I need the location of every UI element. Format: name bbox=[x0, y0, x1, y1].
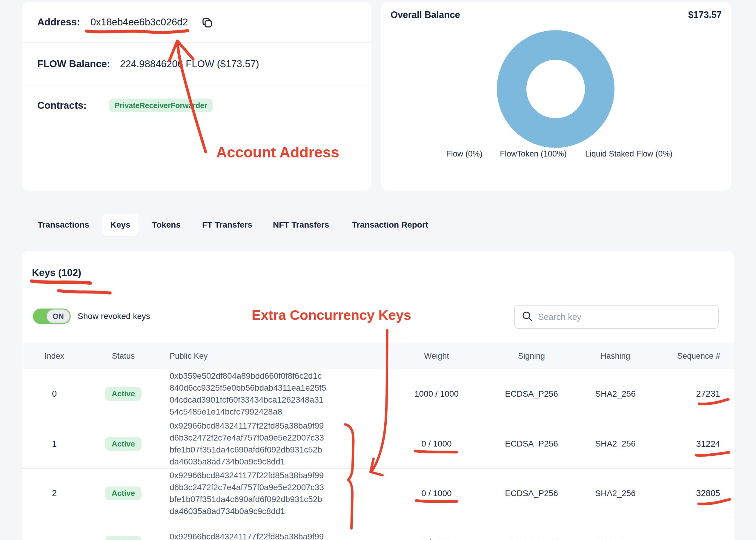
tab-transactions[interactable]: Transactions bbox=[38, 213, 89, 236]
key-hashing: SHA2_256 bbox=[595, 439, 635, 449]
flow-balance-value: 224.98846206 FLOW ($173.57) bbox=[120, 58, 259, 69]
copy-address-button[interactable] bbox=[201, 17, 213, 29]
contracts-label: Contracts: bbox=[37, 100, 87, 111]
header-status: Status bbox=[87, 343, 160, 369]
tab-nft-transfers[interactable]: NFT Transfers bbox=[273, 213, 329, 236]
key-weight: 0 / 1000 bbox=[421, 538, 452, 540]
account-info-card: Address: 0x18eb4ee6b3c026d2 FLOW Balance… bbox=[22, 2, 372, 191]
key-weight: 0 / 1000 bbox=[421, 489, 452, 498]
key-hashing: SHA2_256 bbox=[595, 489, 635, 498]
copy-icon bbox=[201, 25, 213, 30]
key-hashing: SHA2_256 bbox=[595, 538, 635, 540]
flow-balance-label: FLOW Balance: bbox=[37, 58, 110, 69]
balance-donut-chart bbox=[497, 30, 614, 148]
keys-panel: Keys (102) ON Show revoked keys Extra Co… bbox=[22, 251, 734, 540]
header-public-key: Public Key bbox=[169, 343, 361, 369]
search-icon bbox=[522, 311, 533, 323]
key-weight: 0 / 1000 bbox=[421, 439, 452, 449]
table-header: Index Status Public Key Weight Signing H… bbox=[22, 343, 734, 369]
key-index: 1 bbox=[52, 439, 57, 449]
key-sequence: 32805 bbox=[696, 488, 720, 498]
annotation-extra-concurrency-keys: Extra Concurrency Keys bbox=[252, 307, 411, 323]
header-weight: Weight bbox=[387, 343, 486, 369]
contracts-row: Contracts: PrivateReceiverForwarder bbox=[37, 85, 363, 125]
balance-card-title: Overall Balance bbox=[390, 10, 460, 20]
tab-keys[interactable]: Keys bbox=[102, 213, 139, 236]
header-index: Index bbox=[22, 343, 87, 369]
address-value: 0x18eb4ee6b3c026d2 bbox=[90, 16, 188, 28]
toggle-knob[interactable]: ON bbox=[47, 310, 70, 323]
address-label: Address: bbox=[37, 16, 80, 28]
table-row: 2 Active 0x92966bcd843241177f22fd85a38ba… bbox=[22, 468, 734, 518]
header-sequence: Sequence # bbox=[643, 343, 720, 369]
key-index: 2 bbox=[52, 488, 57, 498]
search-input[interactable] bbox=[538, 312, 711, 322]
legend-flowtoken[interactable]: FlowToken (100%) bbox=[500, 149, 567, 159]
key-signing: ECDSA_P256 bbox=[505, 439, 558, 449]
table-row: Active 0x92966bcd843241177f22fd85a38ba9f… bbox=[22, 518, 734, 540]
contract-badge[interactable]: PrivateReceiverForwarder bbox=[109, 98, 213, 112]
public-key[interactable]: 0x92966bcd843241177f22fd85a38ba9f99d6b3c… bbox=[169, 470, 324, 517]
tab-ft-transfers[interactable]: FT Transfers bbox=[202, 213, 252, 236]
key-signing: ECDSA_P256 bbox=[505, 538, 558, 540]
header-signing: Signing bbox=[487, 343, 576, 369]
annotation-account-address: Account Address bbox=[216, 144, 339, 161]
legend-liquid-staked-flow[interactable]: Liquid Staked Flow (0%) bbox=[585, 149, 673, 159]
key-sequence: 31224 bbox=[696, 439, 720, 449]
table-row: 0 Active 0xb359e502df804a89bdd660f0f8f6c… bbox=[22, 369, 734, 419]
address-row: Address: 0x18eb4ee6b3c026d2 bbox=[37, 2, 363, 43]
show-revoked-keys-toggle[interactable]: ON bbox=[33, 309, 71, 324]
table-row: 1 Active 0x92966bcd843241177f22fd85a38ba… bbox=[22, 419, 734, 468]
tab-transaction-report[interactable]: Transaction Report bbox=[352, 213, 428, 236]
overall-balance-card: Overall Balance $173.57 Flow (0%) FlowTo… bbox=[381, 2, 731, 191]
key-index: 0 bbox=[52, 389, 57, 399]
balance-total: $173.57 bbox=[688, 10, 722, 20]
key-weight: 1000 / 1000 bbox=[414, 389, 459, 399]
key-signing: ECDSA_P256 bbox=[505, 389, 558, 399]
status-badge: Active bbox=[105, 486, 142, 500]
tab-tokens[interactable]: Tokens bbox=[152, 213, 181, 236]
public-key[interactable]: 0x92966bcd843241177f22fd85a38ba9f99d6b3c… bbox=[169, 420, 324, 468]
key-hashing: SHA2_256 bbox=[595, 389, 635, 399]
key-sequence: 27231 bbox=[696, 389, 720, 399]
legend-flow[interactable]: Flow (0%) bbox=[446, 149, 483, 159]
keys-section-title: Keys (102) bbox=[32, 267, 81, 278]
show-revoked-keys-label: Show revoked keys bbox=[78, 312, 150, 321]
flow-balance-row: FLOW Balance: 224.98846206 FLOW ($173.57… bbox=[37, 43, 363, 85]
key-signing: ECDSA_P256 bbox=[505, 489, 558, 498]
status-badge: Active bbox=[105, 437, 142, 451]
public-key[interactable]: 0xb359e502df804a89bdd660f0f8f6c2d1c840d6… bbox=[169, 370, 326, 418]
public-key[interactable]: 0x92966bcd843241177f22fd85a38ba9f99d6b3c… bbox=[169, 531, 324, 540]
status-badge: Active bbox=[105, 536, 142, 540]
key-search-box[interactable] bbox=[514, 305, 719, 329]
status-badge: Active bbox=[105, 387, 142, 401]
